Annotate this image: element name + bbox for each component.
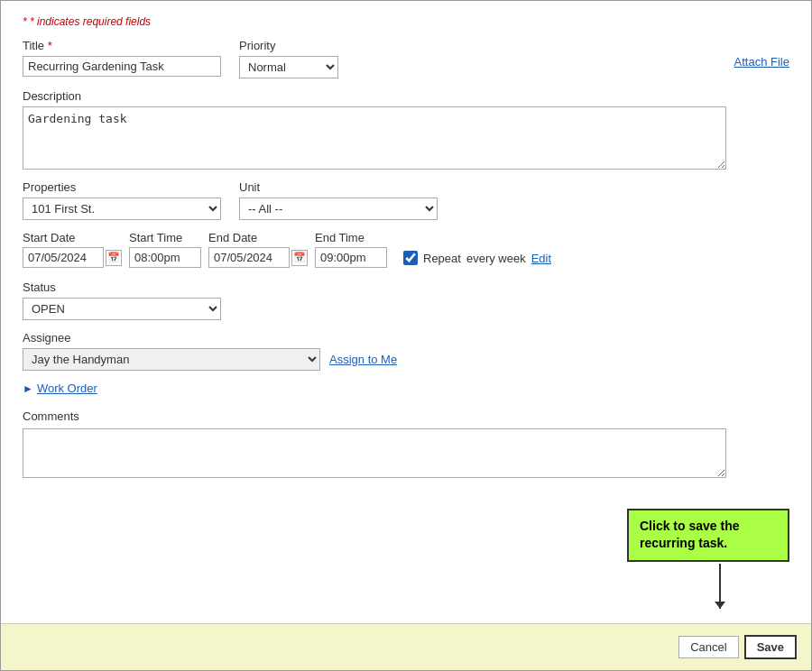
- required-star: *: [23, 15, 27, 28]
- end-date-calendar-icon[interactable]: 📅: [291, 250, 308, 266]
- title-group: Title *: [23, 39, 221, 77]
- dates-row: Start Date 📅 Start Time End Date 📅 End T…: [23, 231, 789, 268]
- comments-label: Comments: [23, 409, 789, 423]
- tooltip-arrow: [719, 564, 721, 609]
- assignee-label: Assignee: [23, 331, 789, 345]
- start-date-input[interactable]: [23, 247, 104, 268]
- assignee-wrapper: Jay the Handyman Assign to Me: [23, 348, 789, 371]
- bottom-bar: Cancel Save: [1, 623, 811, 670]
- unit-group: Unit -- All -- Unit 1 Unit 2: [239, 180, 438, 220]
- properties-group: Properties 101 First St. 202 Second Ave.…: [23, 180, 221, 220]
- work-order-arrow-icon: ►: [23, 382, 33, 395]
- assignee-select[interactable]: Jay the Handyman: [23, 348, 320, 371]
- end-time-wrapper: [315, 247, 387, 268]
- form-container: * * indicates required fields Title * Pr…: [0, 0, 812, 671]
- description-group: Description Gardening task: [23, 89, 789, 170]
- save-button[interactable]: Save: [744, 635, 797, 659]
- repeat-area: Repeat every week Edit: [403, 251, 551, 268]
- priority-select[interactable]: Low Normal High Urgent: [239, 56, 338, 78]
- start-date-wrapper: 📅: [23, 247, 122, 268]
- attach-file-link[interactable]: Attach File: [734, 55, 789, 69]
- start-time-label: Start Time: [129, 231, 201, 244]
- cancel-button[interactable]: Cancel: [678, 636, 738, 658]
- comments-textarea[interactable]: [23, 428, 726, 478]
- description-label: Description: [23, 89, 789, 103]
- repeat-checkbox[interactable]: [403, 251, 418, 265]
- tooltip-box: Click to save the recurring task.: [627, 509, 789, 562]
- end-date-group: End Date 📅: [208, 231, 308, 268]
- title-input[interactable]: [23, 56, 221, 77]
- priority-label: Priority: [239, 39, 338, 52]
- status-group: Status OPEN IN PROGRESS CLOSED CANCELLED: [23, 280, 789, 320]
- description-textarea[interactable]: Gardening task: [23, 106, 726, 170]
- start-time-group: Start Time: [129, 231, 201, 268]
- start-date-label: Start Date: [23, 231, 122, 244]
- assign-to-me-link[interactable]: Assign to Me: [329, 353, 397, 366]
- tooltip-text: Click to save the recurring task.: [640, 519, 740, 551]
- title-label: Title *: [23, 39, 221, 52]
- repeat-edit-link[interactable]: Edit: [531, 252, 551, 265]
- unit-select[interactable]: -- All -- Unit 1 Unit 2: [239, 198, 438, 220]
- end-date-label: End Date: [208, 231, 308, 244]
- status-select[interactable]: OPEN IN PROGRESS CLOSED CANCELLED: [23, 298, 221, 320]
- end-date-wrapper: 📅: [208, 247, 308, 268]
- work-order-section: ► Work Order: [23, 381, 789, 395]
- unit-label: Unit: [239, 180, 438, 194]
- repeat-frequency: every week: [466, 252, 526, 265]
- required-note: * * indicates required fields: [23, 15, 789, 28]
- end-time-group: End Time: [315, 231, 387, 268]
- start-time-input[interactable]: [129, 247, 201, 268]
- start-time-wrapper: [129, 247, 201, 268]
- start-date-group: Start Date 📅: [23, 231, 122, 268]
- work-order-link[interactable]: Work Order: [37, 381, 97, 395]
- properties-label: Properties: [23, 180, 221, 194]
- comments-section: Comments: [23, 409, 789, 481]
- repeat-label: Repeat: [423, 252, 461, 265]
- title-required-star: *: [48, 39, 52, 52]
- properties-select[interactable]: 101 First St. 202 Second Ave. 303 Third …: [23, 198, 221, 220]
- properties-unit-row: Properties 101 First St. 202 Second Ave.…: [23, 180, 789, 220]
- assignee-group: Assignee Jay the Handyman Assign to Me: [23, 331, 789, 371]
- priority-group: Priority Low Normal High Urgent: [239, 39, 338, 78]
- status-label: Status: [23, 280, 789, 294]
- end-time-input[interactable]: [315, 247, 387, 268]
- end-date-input[interactable]: [208, 247, 290, 268]
- start-date-calendar-icon[interactable]: 📅: [106, 250, 122, 266]
- attach-file-group: Attach File: [734, 39, 789, 69]
- end-time-label: End Time: [315, 231, 387, 244]
- title-priority-row: Title * Priority Low Normal High Urgent …: [23, 39, 789, 78]
